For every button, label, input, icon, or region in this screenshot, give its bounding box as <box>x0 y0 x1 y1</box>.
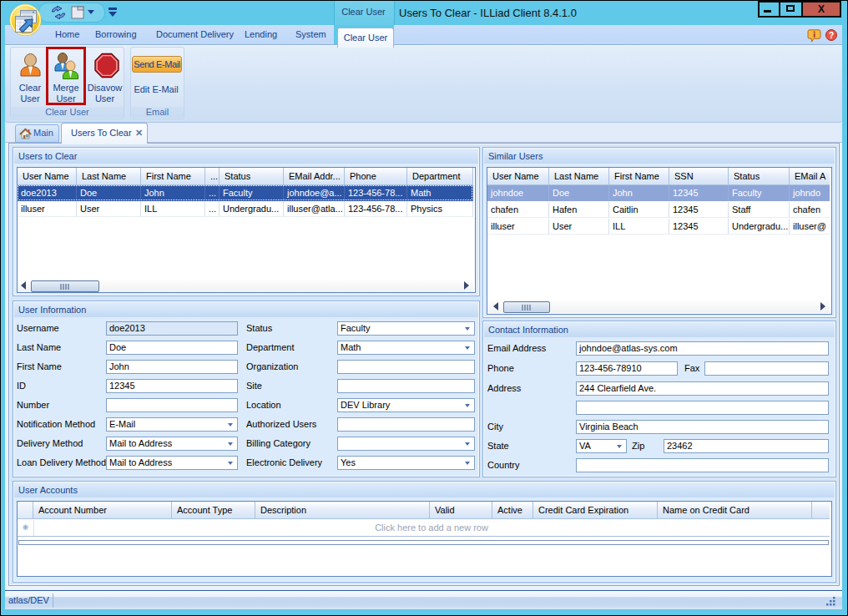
svg-text:?: ? <box>829 31 834 40</box>
